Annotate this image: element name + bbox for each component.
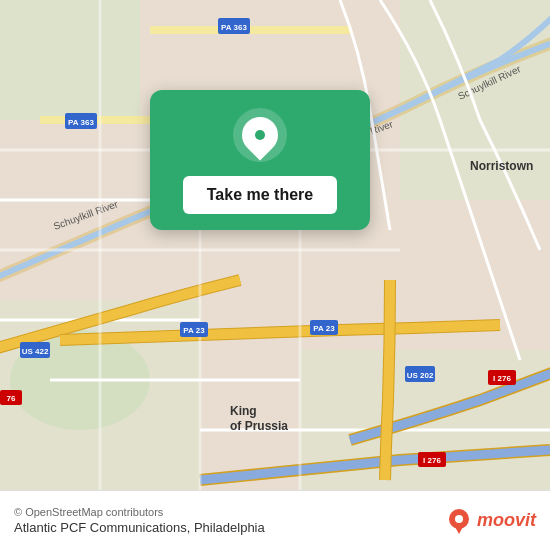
- overlay-card: Take me there: [150, 90, 370, 230]
- svg-text:76: 76: [7, 394, 16, 403]
- svg-rect-1: [0, 0, 140, 120]
- pin-dot: [255, 130, 265, 140]
- svg-text:King: King: [230, 404, 257, 418]
- svg-text:US 202: US 202: [407, 371, 434, 380]
- svg-text:Norristown: Norristown: [470, 159, 533, 173]
- take-me-there-button[interactable]: Take me there: [183, 176, 337, 214]
- pin-shape: [235, 110, 286, 161]
- svg-text:PA 363: PA 363: [221, 23, 247, 32]
- moovit-icon: [446, 507, 472, 535]
- location-text: Atlantic PCF Communications, Philadelphi…: [14, 520, 438, 535]
- map-container: Schuylkill River Schuylkill River Schuyl…: [0, 0, 550, 490]
- moovit-brand-text: moovit: [477, 510, 536, 531]
- location-pin-icon: [233, 108, 287, 162]
- svg-text:I 276: I 276: [423, 456, 441, 465]
- svg-text:of Prussia: of Prussia: [230, 419, 288, 433]
- svg-point-43: [455, 515, 463, 523]
- bottom-bar: © OpenStreetMap contributors Atlantic PC…: [0, 490, 550, 550]
- copyright-text: © OpenStreetMap contributors: [14, 506, 438, 518]
- moovit-logo: moovit: [446, 507, 536, 535]
- svg-text:PA 23: PA 23: [313, 324, 335, 333]
- svg-text:PA 23: PA 23: [183, 326, 205, 335]
- svg-text:I 276: I 276: [493, 374, 511, 383]
- svg-marker-42: [454, 525, 464, 534]
- svg-text:PA 363: PA 363: [68, 118, 94, 127]
- svg-text:US 422: US 422: [22, 347, 49, 356]
